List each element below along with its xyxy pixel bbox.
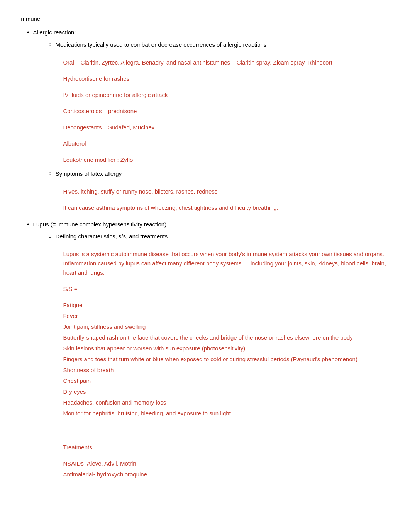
ss-item-8: Dry eyes [63, 387, 391, 396]
sub1-o: o [49, 40, 52, 48]
ss-item-1: Fever [63, 311, 391, 321]
bullet-1-label: Allergic reaction: [33, 29, 76, 36]
sub3-items: Lupus is a systemic autoimmune disease t… [63, 244, 391, 479]
ss-item-7: Chest pain [63, 376, 391, 386]
ss-item-9: Headaches, confusion and memory loss [63, 398, 391, 407]
sub1-item-4: Decongestants – Sudafed, Mucinex [63, 123, 391, 132]
sub2-item-0: Hives, itching, stuffy or runny nose, bl… [63, 187, 391, 196]
bullet-1-sub2: o Symptoms of latex allergy Hives, itchi… [49, 169, 391, 214]
lupus-description: Lupus is a systemic autoimmune disease t… [63, 250, 391, 277]
sub2-o: o [49, 169, 52, 177]
sub1-item-2: IV fluids or epinephrine for allergic at… [63, 90, 391, 100]
bullet-2-dot: • [27, 220, 29, 229]
sub1-item-1: Hydrocortisone for rashes [63, 74, 391, 83]
sub1-item-5: Albuterol [63, 139, 391, 148]
sub1-item-6: Leukotriene modifier : Zyflo [63, 155, 391, 165]
bullet-2-label: Lupus (= immune complex hypersensitivity… [33, 221, 167, 228]
sub3-o: o [49, 232, 52, 240]
sub1-item-0: Oral – Claritin, Zyrtec, Allegra, Benadr… [63, 58, 391, 67]
bullet-1-section: • Allergic reaction: o Medications typic… [27, 28, 391, 216]
sub1-item-3: Corticosteroids – prednisone [63, 107, 391, 116]
ss-label: S/S = [63, 284, 391, 294]
bullet-2-content: Lupus (= immune complex hypersensitivity… [33, 220, 391, 483]
bullet-2-sub1: o Defining characteristics, s/s, and tre… [49, 232, 391, 481]
bullet-1-dot: • [27, 28, 29, 37]
ss-item-2: Joint pain, stiffness and swelling [63, 322, 391, 331]
sub3-content: Defining characteristics, s/s, and treat… [55, 232, 391, 481]
ss-item-3: Butterfly-shaped rash on the face that c… [63, 333, 391, 342]
sub2-label: Symptoms of latex allergy [55, 169, 391, 178]
ss-item-6: Shortness of breath [63, 365, 391, 375]
ss-item-10: Monitor for nephritis, bruising, bleedin… [63, 409, 391, 418]
ss-item-5: Fingers and toes that turn white or blue… [63, 355, 391, 364]
sub3-label: Defining characteristics, s/s, and treat… [55, 232, 391, 241]
bullet-1-sub1: o Medications typically used to combat o… [49, 40, 391, 166]
sub1-content: Medications typically used to combat or … [55, 40, 391, 166]
sub2-items: Hives, itching, stuffy or runny nose, bl… [63, 182, 391, 212]
bullet-1-content: Allergic reaction: o Medications typical… [33, 28, 391, 216]
treatment-item-1: Antimalarial- hydroxychloroquine [63, 470, 391, 479]
treatments-label: Treatments: [63, 443, 391, 452]
sub2-content: Symptoms of latex allergy Hives, itching… [55, 169, 391, 214]
ss-item-4: Skin lesions that appear or worsen with … [63, 344, 391, 353]
sub1-items: Oral – Claritin, Zyrtec, Allegra, Benadr… [63, 53, 391, 165]
sub2-item-1: It can cause asthma symptoms of wheezing… [63, 203, 391, 212]
treatment-item-0: NSAIDs- Aleve, Advil, Motrin [63, 459, 391, 468]
bullet-2-section: • Lupus (= immune complex hypersensitivi… [27, 220, 391, 483]
ss-item-0: Fatigue [63, 301, 391, 310]
page-title: Immune [19, 15, 391, 22]
sub1-label: Medications typically used to combat or … [55, 40, 391, 49]
